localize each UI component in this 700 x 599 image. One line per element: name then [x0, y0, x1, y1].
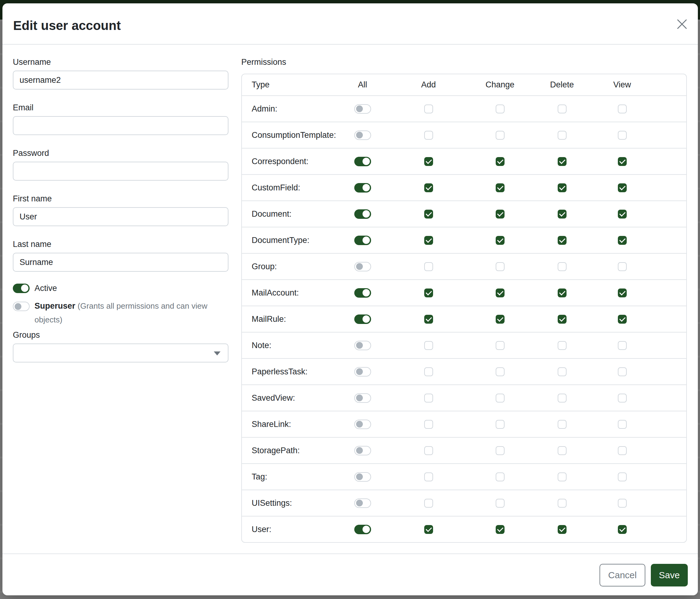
permission-delete-checkbox[interactable]: [558, 236, 567, 245]
permission-change-checkbox[interactable]: [496, 104, 504, 113]
permission-all-toggle[interactable]: [354, 314, 371, 324]
permission-all-toggle[interactable]: [354, 446, 371, 455]
permission-view-checkbox[interactable]: [618, 288, 627, 297]
permission-delete-checkbox[interactable]: [558, 183, 567, 192]
permission-all-toggle[interactable]: [354, 157, 371, 166]
permission-change-checkbox[interactable]: [496, 525, 504, 534]
permission-type-label: MailAccount:: [242, 288, 327, 298]
permission-change-checkbox[interactable]: [496, 367, 504, 376]
permission-view-checkbox[interactable]: [618, 525, 627, 534]
permission-delete-checkbox[interactable]: [558, 525, 567, 534]
permission-view-checkbox[interactable]: [618, 183, 627, 192]
permission-all-toggle[interactable]: [354, 420, 371, 429]
superuser-toggle[interactable]: [13, 302, 30, 311]
permission-type-label: SavedView:: [242, 393, 327, 403]
permission-change-checkbox[interactable]: [496, 157, 504, 166]
permission-change-checkbox[interactable]: [496, 393, 504, 403]
permission-all-toggle[interactable]: [354, 104, 371, 114]
save-button[interactable]: Save: [651, 564, 688, 586]
username-input[interactable]: [13, 71, 228, 90]
permission-change-checkbox[interactable]: [496, 446, 504, 455]
permission-delete-checkbox[interactable]: [558, 262, 567, 271]
permission-delete-checkbox[interactable]: [558, 341, 567, 350]
first-name-input[interactable]: [13, 207, 228, 226]
permission-delete-checkbox[interactable]: [558, 367, 567, 376]
permission-change-checkbox[interactable]: [496, 420, 504, 429]
close-button[interactable]: [675, 18, 689, 31]
permission-change-checkbox[interactable]: [496, 341, 504, 350]
column-header-change: Change: [485, 80, 515, 90]
permission-all-toggle[interactable]: [354, 209, 371, 219]
permission-view-checkbox[interactable]: [618, 473, 627, 481]
permission-add-checkbox[interactable]: [424, 157, 433, 166]
permission-view-checkbox[interactable]: [618, 393, 627, 403]
permission-delete-checkbox[interactable]: [558, 446, 567, 455]
permission-view-checkbox[interactable]: [618, 104, 627, 113]
permission-add-checkbox[interactable]: [424, 420, 433, 429]
permission-change-checkbox[interactable]: [496, 236, 504, 245]
permission-all-toggle[interactable]: [354, 183, 371, 193]
permission-view-checkbox[interactable]: [618, 210, 627, 218]
permission-view-checkbox[interactable]: [618, 499, 627, 508]
permission-view-checkbox[interactable]: [618, 157, 627, 166]
permission-delete-checkbox[interactable]: [558, 104, 567, 113]
permission-delete-checkbox[interactable]: [558, 157, 567, 166]
permission-add-checkbox[interactable]: [424, 210, 433, 218]
permission-all-toggle[interactable]: [354, 288, 371, 298]
permission-add-checkbox[interactable]: [424, 341, 433, 350]
permission-change-checkbox[interactable]: [496, 473, 504, 481]
permission-add-checkbox[interactable]: [424, 236, 433, 245]
permission-add-checkbox[interactable]: [424, 315, 433, 324]
permission-view-checkbox[interactable]: [618, 420, 627, 429]
last-name-input[interactable]: [13, 253, 228, 272]
cancel-button[interactable]: Cancel: [600, 564, 645, 586]
permission-add-checkbox[interactable]: [424, 131, 433, 140]
permission-view-checkbox[interactable]: [618, 341, 627, 350]
permission-delete-checkbox[interactable]: [558, 499, 567, 508]
permission-change-checkbox[interactable]: [496, 262, 504, 271]
active-toggle[interactable]: [13, 284, 30, 293]
permission-change-checkbox[interactable]: [496, 210, 504, 218]
permission-all-toggle[interactable]: [354, 367, 371, 377]
permission-delete-checkbox[interactable]: [558, 473, 567, 481]
permission-all-toggle[interactable]: [354, 262, 371, 271]
permission-all-toggle[interactable]: [354, 472, 371, 482]
permission-view-checkbox[interactable]: [618, 262, 627, 271]
permission-add-checkbox[interactable]: [424, 446, 433, 455]
permission-add-checkbox[interactable]: [424, 183, 433, 192]
permission-delete-checkbox[interactable]: [558, 315, 567, 324]
permission-change-checkbox[interactable]: [496, 183, 504, 192]
email-input[interactable]: [13, 116, 228, 135]
permission-change-checkbox[interactable]: [496, 131, 504, 140]
permissions-label: Permissions: [241, 57, 687, 67]
permission-add-checkbox[interactable]: [424, 393, 433, 403]
permission-delete-checkbox[interactable]: [558, 288, 567, 297]
permission-delete-checkbox[interactable]: [558, 393, 567, 403]
permission-all-toggle[interactable]: [354, 130, 371, 140]
password-input[interactable]: [13, 162, 228, 181]
permission-add-checkbox[interactable]: [424, 288, 433, 297]
permission-add-checkbox[interactable]: [424, 104, 433, 113]
permission-change-checkbox[interactable]: [496, 288, 504, 297]
permission-change-checkbox[interactable]: [496, 499, 504, 508]
permission-all-toggle[interactable]: [354, 393, 371, 403]
permission-add-checkbox[interactable]: [424, 262, 433, 271]
permission-add-checkbox[interactable]: [424, 525, 433, 534]
permission-change-checkbox[interactable]: [496, 315, 504, 324]
permission-all-toggle[interactable]: [354, 236, 371, 245]
permission-delete-checkbox[interactable]: [558, 210, 567, 218]
permission-add-checkbox[interactable]: [424, 499, 433, 508]
permission-view-checkbox[interactable]: [618, 236, 627, 245]
permission-view-checkbox[interactable]: [618, 446, 627, 455]
permission-all-toggle[interactable]: [354, 341, 371, 350]
permission-view-checkbox[interactable]: [618, 367, 627, 376]
permission-all-toggle[interactable]: [354, 525, 371, 534]
permission-view-checkbox[interactable]: [618, 131, 627, 140]
permission-add-checkbox[interactable]: [424, 367, 433, 376]
permission-view-checkbox[interactable]: [618, 315, 627, 324]
permission-all-toggle[interactable]: [354, 499, 371, 508]
permission-add-checkbox[interactable]: [424, 473, 433, 481]
permission-delete-checkbox[interactable]: [558, 420, 567, 429]
groups-select[interactable]: [13, 343, 228, 362]
permission-delete-checkbox[interactable]: [558, 131, 567, 140]
